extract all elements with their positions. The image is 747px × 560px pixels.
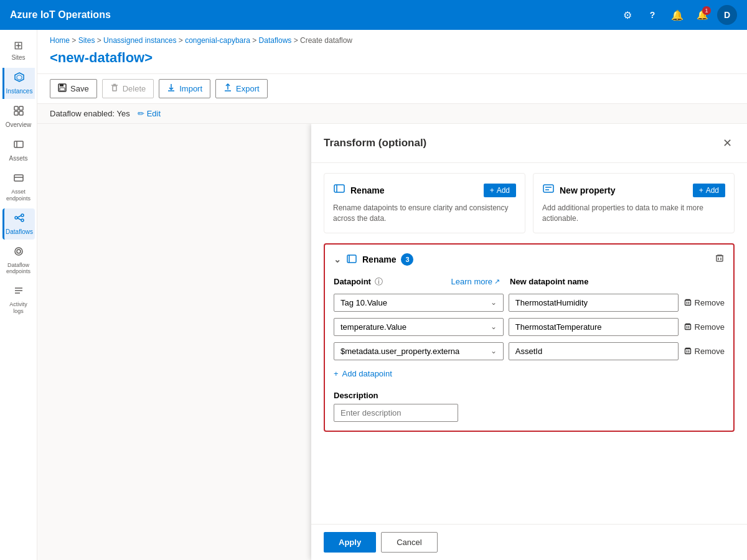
svg-rect-2 xyxy=(14,106,18,110)
svg-line-14 xyxy=(17,218,21,220)
new-name-input-1[interactable] xyxy=(509,318,679,336)
add-datapoint-button[interactable]: + Add datapoint xyxy=(334,366,392,381)
sidebar-item-dataflow-endpoints[interactable]: Dataflow endpoints xyxy=(2,242,35,279)
breadcrumb-home[interactable]: Home xyxy=(50,36,70,45)
new-property-add-button[interactable]: + Add xyxy=(693,184,725,197)
breadcrumb-instance[interactable]: congenial-capybara xyxy=(185,36,250,45)
datapoint-info-icon[interactable]: ⓘ xyxy=(375,276,383,287)
datapoint-select-0[interactable]: Tag 10.Value ⌄ xyxy=(334,294,504,312)
learn-more-link[interactable]: Learn more ↗ xyxy=(451,277,500,286)
add-datapoint-label: Add datapoint xyxy=(342,369,392,378)
edit-button[interactable]: ✏ Edit xyxy=(138,109,161,118)
export-label: Export xyxy=(236,84,260,93)
panel-close-button[interactable]: ✕ xyxy=(720,134,735,152)
breadcrumb-sep3: > xyxy=(179,36,185,45)
collapse-icon[interactable]: ⌄ xyxy=(334,254,341,264)
breadcrumb-sep4: > xyxy=(252,36,258,45)
sidebar-item-sites[interactable]: ⊞ Sites xyxy=(2,35,35,65)
remove-label-2: Remove xyxy=(695,347,725,356)
sidebar-item-activity-logs-label: Activity logs xyxy=(5,301,32,315)
breadcrumb-sites[interactable]: Sites xyxy=(78,36,95,45)
description-input[interactable] xyxy=(334,404,458,422)
svg-line-13 xyxy=(17,215,21,217)
svg-rect-24 xyxy=(113,86,116,91)
sidebar-item-overview[interactable]: Overview xyxy=(2,101,35,133)
rename-card-header: Rename + Add xyxy=(333,182,516,198)
help-icon: ? xyxy=(650,10,655,20)
rename-section-delete-button[interactable] xyxy=(715,253,725,266)
save-button[interactable]: Save xyxy=(50,79,97,98)
app-title: Azure IoT Operations xyxy=(10,9,618,21)
sidebar-item-activity-logs[interactable]: Activity logs xyxy=(2,281,35,319)
settings-icon: ⚙ xyxy=(623,9,632,21)
topnav: Azure IoT Operations ⚙ ? 🔔 🔔 1 D xyxy=(0,0,747,30)
datapoint-row-2: $metadata.user_property.externa ⌄ Remove xyxy=(334,342,725,360)
remove-button-1[interactable]: Remove xyxy=(684,322,725,332)
delete-button[interactable]: Delete xyxy=(102,79,154,98)
new-property-card-label: New property xyxy=(560,185,615,195)
delete-label: Delete xyxy=(123,84,146,93)
rename-card-icon xyxy=(333,182,345,198)
datapoint-value-0: Tag 10.Value xyxy=(341,298,387,307)
rename-count-badge: 3 xyxy=(401,253,413,266)
avatar[interactable]: D xyxy=(717,5,737,25)
breadcrumb-unassigned-instances[interactable]: Unassigned instances xyxy=(103,36,176,45)
breadcrumb-dataflows[interactable]: Dataflows xyxy=(259,36,292,45)
external-link-icon: ↗ xyxy=(494,278,500,286)
sidebar-item-instances[interactable]: Instances xyxy=(2,68,35,99)
instances-icon xyxy=(14,72,25,86)
svg-point-10 xyxy=(15,217,17,219)
svg-point-15 xyxy=(17,250,21,253)
delete-icon xyxy=(110,83,119,94)
rename-card: Rename + Add Rename datapoints to ensure… xyxy=(324,173,525,233)
breadcrumb-current: Create dataflow xyxy=(300,36,352,45)
svg-point-16 xyxy=(15,248,22,255)
rename-card-description: Rename datapoints to ensure clarity and … xyxy=(333,203,516,224)
save-label: Save xyxy=(70,84,89,93)
sidebar-item-assets[interactable]: Assets xyxy=(2,135,35,166)
new-property-add-label: Add xyxy=(706,186,719,195)
rename-section: ⌄ Rename 3 xyxy=(324,243,735,432)
toolbar: Save Delete Import Export xyxy=(37,73,747,104)
svg-rect-22 xyxy=(60,88,65,91)
breadcrumb-sep2: > xyxy=(97,36,103,45)
svg-rect-46 xyxy=(685,325,690,330)
svg-rect-30 xyxy=(334,185,344,192)
save-icon xyxy=(58,83,67,94)
notification-count-button[interactable]: 🔔 1 xyxy=(692,5,712,25)
learn-more-label: Learn more xyxy=(451,277,492,286)
remove-label-0: Remove xyxy=(695,298,725,307)
sidebar-item-dataflows-label: Dataflows xyxy=(6,228,33,236)
new-property-card-header: New property + Add xyxy=(542,182,725,198)
svg-rect-32 xyxy=(543,185,553,192)
sidebar-item-instances-label: Instances xyxy=(6,88,33,95)
rename-add-button[interactable]: + Add xyxy=(484,184,516,197)
datapoint-select-1[interactable]: temperature.Value ⌄ xyxy=(334,318,504,336)
page-title: <new-dataflow> xyxy=(37,47,747,73)
rename-card-label: Rename xyxy=(350,185,384,195)
export-button[interactable]: Export xyxy=(215,79,268,98)
topnav-icons: ⚙ ? 🔔 🔔 1 D xyxy=(618,5,737,25)
panel-header: Transform (optional) ✕ xyxy=(311,124,747,163)
datapoint-select-2[interactable]: $metadata.user_property.externa ⌄ xyxy=(334,342,504,360)
asset-endpoints-icon xyxy=(13,172,24,187)
remove-button-2[interactable]: Remove xyxy=(684,347,725,356)
sidebar-item-overview-label: Overview xyxy=(6,121,32,129)
cancel-button[interactable]: Cancel xyxy=(381,532,437,553)
rename-section-title: ⌄ Rename 3 xyxy=(334,253,413,266)
svg-rect-8 xyxy=(14,175,23,181)
import-button[interactable]: Import xyxy=(159,79,210,98)
help-button[interactable]: ? xyxy=(642,5,662,25)
export-icon xyxy=(223,83,232,94)
settings-button[interactable]: ⚙ xyxy=(618,5,637,25)
notification-button[interactable]: 🔔 xyxy=(667,5,687,25)
panel-body[interactable]: Rename + Add Rename datapoints to ensure… xyxy=(311,163,747,524)
apply-button[interactable]: Apply xyxy=(324,532,376,553)
panel-footer: Apply Cancel xyxy=(311,524,747,560)
sidebar-item-dataflows[interactable]: Dataflows xyxy=(2,208,35,240)
canvas-area: + − ⊡ Transform (optional) ✕ xyxy=(37,124,747,560)
new-name-input-0[interactable] xyxy=(509,294,679,312)
remove-button-0[interactable]: Remove xyxy=(684,298,725,307)
sidebar-item-asset-endpoints[interactable]: Asset endpoints xyxy=(2,169,35,206)
new-name-input-2[interactable] xyxy=(509,342,679,360)
